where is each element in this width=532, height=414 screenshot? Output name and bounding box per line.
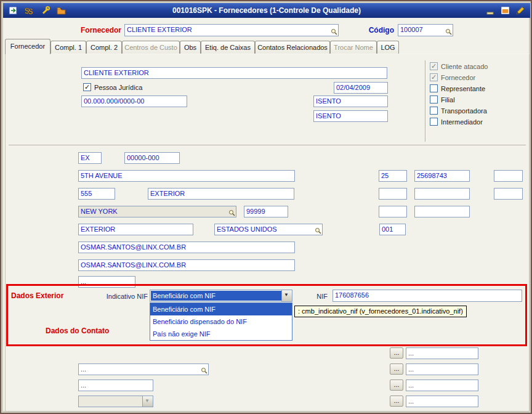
dados-contato-title: Dados do Contato	[46, 327, 132, 335]
rml-field-2[interactable]	[494, 188, 523, 200]
indicativo-nif-label: Indicativo NIF	[86, 293, 148, 301]
pessoa-juridica-checkbox[interactable]	[83, 83, 91, 91]
ddi-field[interactable]: 001	[379, 224, 406, 235]
email-nfe-field[interactable]: OSMAR.SANTOS@LINX.COM.BR	[78, 259, 295, 271]
inscr-munic-field[interactable]: ISENTO	[313, 110, 388, 122]
field-hint-tooltip: : cmb_indicativo_nif (v_fornecedores_01.…	[294, 306, 467, 317]
cep-field[interactable]: 00000-000	[124, 152, 180, 164]
app-window: $$ 001016SPK - Fornecedores (1-Controle …	[0, 0, 532, 414]
email-field[interactable]: OSMAR.SANTOS@LINX.COM.BR	[78, 242, 295, 253]
tab-etiq-de-caixas[interactable]: Etiq. de Caixas	[201, 41, 255, 54]
nif-field[interactable]: 176087656	[332, 290, 522, 302]
representante-checkbox[interactable]	[430, 84, 438, 92]
rg-ie-field[interactable]: ISENTO	[313, 95, 388, 107]
codigo-header-field[interactable]: 100007	[398, 24, 453, 36]
tab-compl-2[interactable]: Compl. 2	[86, 41, 122, 54]
endereco-field[interactable]: 5TH AVENUE	[78, 170, 295, 182]
search-icon	[445, 28, 452, 35]
wrench-icon[interactable]	[40, 6, 50, 16]
bairro-field[interactable]: EXTERIOR	[78, 224, 193, 235]
section-divider	[9, 145, 526, 146]
cnpj-cpf-field[interactable]: 00.000.000/0000-00	[81, 95, 187, 107]
pessoa-juridica-label: Pessoa Jurídica	[94, 84, 142, 91]
dropdown-option-1[interactable]: Beneficiário com NIF	[150, 303, 292, 315]
status-combobox	[78, 396, 153, 407]
aniversario-field[interactable]: ...	[78, 276, 135, 288]
cliente-atacado-label: Cliente atacado	[441, 63, 488, 70]
numero-field[interactable]: 555	[78, 188, 115, 200]
tab-contatos-relacionados[interactable]: Contatos Relacionados	[255, 41, 330, 54]
tab-obs[interactable]: Obs	[180, 41, 201, 54]
telefone-field-2[interactable]	[414, 188, 470, 200]
exit-form-icon[interactable]	[8, 6, 18, 16]
telefone-field[interactable]: 25698743	[414, 170, 470, 182]
tipo-lookup-button[interactable]: ...	[390, 347, 403, 359]
ddd-field-2[interactable]	[379, 188, 407, 200]
tab-compl-1[interactable]: Compl. 1	[50, 41, 86, 54]
window-controls	[485, 6, 525, 16]
search-icon	[228, 209, 235, 216]
svg-text:$: $	[28, 7, 33, 16]
chevron-down-icon[interactable]	[281, 290, 292, 301]
categoria-lookup-button[interactable]: ...	[390, 380, 403, 391]
filial-label: Filial	[441, 96, 455, 104]
dropdown-option-2[interactable]: Beneficiário dispensado do NIF	[150, 315, 292, 328]
transportadora-checkbox[interactable]	[430, 107, 438, 115]
titlebar: $$ 001016SPK - Fornecedores (1-Controle …	[3, 3, 530, 18]
indicativo-nif-combobox[interactable]: Beneficiário com NIF	[150, 290, 292, 302]
uf-field[interactable]: EX	[78, 152, 102, 164]
search-icon	[331, 28, 337, 35]
cidade-field[interactable]: NEW YORK	[78, 206, 236, 217]
tab-centros-de-custo: Centros de Custo	[122, 41, 180, 54]
intermediador-label: Intermediador	[441, 118, 483, 126]
search-icon	[201, 367, 208, 374]
search-icon	[315, 227, 321, 234]
subcategoria-lookup-button[interactable]: ...	[390, 396, 403, 407]
intermediador-checkbox[interactable]	[430, 118, 438, 126]
tab-log[interactable]: LOG	[377, 41, 399, 54]
dropdown-option-3[interactable]: País não exige NIF	[150, 328, 292, 340]
tipo-field[interactable]: ...	[406, 347, 478, 359]
titlebar-toolbar: $$	[8, 6, 66, 16]
razao-social-field[interactable]: CLIENTE EXTERIOR	[81, 67, 387, 79]
maximize-button-icon[interactable]	[500, 6, 510, 16]
categoria-field[interactable]: ...	[406, 380, 478, 391]
contato-cadastramento-field[interactable]: ...	[78, 380, 153, 391]
cadastramento-field[interactable]: 02/04/2009	[334, 82, 388, 94]
ibge-field[interactable]: 99999	[244, 206, 288, 217]
compl-field[interactable]: EXTERIOR	[148, 188, 294, 200]
edit-pencil-icon[interactable]	[515, 6, 525, 16]
nif-label: NIF	[309, 293, 328, 301]
folder-icon[interactable]	[56, 6, 66, 16]
tab-fornecedor[interactable]: Fornecedor	[5, 39, 50, 54]
rml-field-1[interactable]	[494, 170, 523, 182]
fornecedor-checkbox	[430, 73, 438, 81]
contato-codigo-field[interactable]: ...	[78, 363, 209, 375]
subcategoria-field[interactable]: ...	[406, 396, 478, 407]
vertical-divider	[425, 60, 426, 142]
fornecedor-flag-label: Fornecedor	[441, 74, 475, 81]
dados-exterior-title: Dados Exterior	[11, 292, 79, 300]
filial-checkbox[interactable]	[430, 95, 438, 104]
window-title: 001016SPK - Fornecedores (1-Controle De …	[3, 6, 530, 15]
pais-field[interactable]: ESTADOS UNIDOS	[214, 224, 323, 235]
money-icon[interactable]: $$	[24, 6, 34, 16]
subtipo-field[interactable]: ...	[406, 363, 478, 375]
subtipo-lookup-button[interactable]: ...	[390, 363, 403, 375]
transportadora-label: Transportadora	[441, 107, 487, 115]
indicativo-nif-dropdown-list: Beneficiário com NIF Beneficiário dispen…	[150, 302, 292, 341]
minimize-button-icon[interactable]	[485, 6, 496, 16]
tab-trocar-nome: Trocar Nome	[330, 41, 377, 54]
cliente-atacado-checkbox	[430, 62, 438, 70]
indicativo-nif-selected: Beneficiário com NIF	[151, 291, 281, 301]
fornecedor-header-field[interactable]: CLIENTE EXTERIOR	[124, 24, 339, 36]
fornecedor-header-label: Fornecedor	[57, 26, 121, 34]
chevron-down-icon	[142, 396, 153, 407]
representante-label: Representante	[441, 85, 485, 92]
fax-ddd-field[interactable]	[379, 206, 407, 217]
codigo-header-label: Código	[358, 26, 394, 34]
fax-field[interactable]	[414, 206, 470, 217]
ddd-field[interactable]: 25	[379, 170, 407, 182]
